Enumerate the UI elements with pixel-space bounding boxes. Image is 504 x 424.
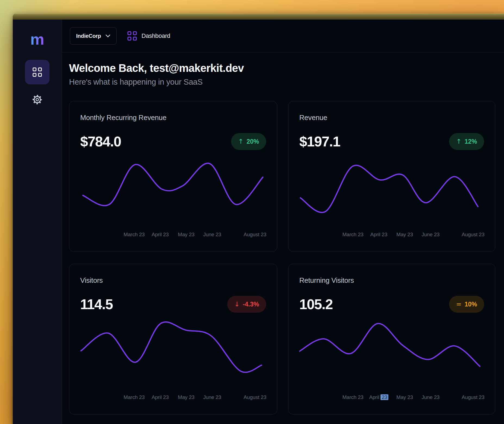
page-title: Dashboard	[142, 32, 170, 39]
line-chart	[80, 159, 266, 216]
x-axis-label: April 23	[152, 394, 169, 400]
trend-icon: =	[456, 300, 462, 308]
workspace-switcher-button[interactable]: IndieCorp	[70, 27, 117, 45]
x-axis-labels: March 23April 23May 23June 23August 23	[299, 232, 484, 238]
x-axis-label: March 23	[342, 394, 363, 400]
sidebar-nav	[25, 60, 49, 106]
stat-cards-grid: Monthly Recurring Revenue $784.0 ↑ 20% M…	[69, 101, 504, 414]
welcome-heading: Welcome Back, test@makerkit.dev	[69, 62, 504, 74]
trend-icon: ↑	[456, 138, 462, 145]
stat-card-title: Monthly Recurring Revenue	[80, 113, 266, 122]
trend-badge: ↑ 12%	[449, 133, 484, 150]
window-titlebar	[13, 14, 504, 20]
stat-card-title: Returning Visitors	[299, 276, 484, 285]
stat-card-title: Visitors	[80, 276, 266, 285]
makerkit-logo: m	[30, 30, 44, 48]
sidebar-item-dashboard[interactable]	[25, 60, 49, 84]
x-axis-label: June 23	[203, 232, 221, 238]
stat-value-row: 105.2 = 10%	[299, 295, 484, 314]
x-axis-label: March 23	[124, 232, 145, 238]
trend-label: 10%	[465, 301, 477, 308]
trend-badge: ↓ -4.3%	[227, 296, 266, 313]
sidebar: m	[13, 20, 62, 424]
x-axis-label: August 23	[462, 394, 484, 400]
dashboard-grid-icon	[127, 31, 137, 41]
topbar: IndieCorp Dashboard	[62, 20, 504, 53]
trend-label: -4.3%	[243, 301, 259, 308]
stat-card: Revenue $197.1 ↑ 12% March 23April 23May…	[288, 101, 495, 252]
x-axis-label: May 23	[178, 232, 194, 238]
x-axis-label: March 23	[342, 232, 363, 238]
sidebar-item-settings[interactable]	[31, 94, 43, 106]
line-chart	[299, 321, 484, 379]
x-axis-label: March 23	[124, 394, 145, 400]
x-axis-label: May 23	[396, 394, 413, 400]
line-chart	[299, 159, 484, 216]
line-chart-svg	[80, 321, 266, 379]
x-axis-labels: March 23April 23May 23June 23August 23	[80, 232, 266, 238]
stat-card: Visitors 114.5 ↓ -4.3% March 23April 23M…	[69, 264, 277, 414]
line-chart-svg	[299, 321, 484, 379]
dashboard-content: Welcome Back, test@makerkit.dev Here's w…	[62, 53, 504, 414]
stat-value: $784.0	[80, 133, 121, 150]
main-area: IndieCorp Dashboard Welcome Back, test@m…	[62, 20, 504, 424]
line-chart-svg	[299, 159, 484, 216]
stat-value-row: $197.1 ↑ 12%	[299, 132, 484, 151]
page-heading: Dashboard	[127, 31, 170, 41]
x-axis-label: April 23	[369, 394, 388, 400]
welcome-subtitle: Here's what is happening in your SaaS	[69, 77, 504, 87]
stat-value-row: 114.5 ↓ -4.3%	[80, 295, 266, 314]
x-axis-label: June 23	[422, 232, 440, 238]
selected-text: 23	[381, 394, 388, 400]
x-axis-label: August 23	[244, 394, 266, 400]
line-chart	[80, 321, 266, 379]
stat-card: Monthly Recurring Revenue $784.0 ↑ 20% M…	[69, 101, 277, 252]
x-axis-label: April 23	[370, 232, 387, 238]
chevron-down-icon	[105, 34, 110, 38]
x-axis-label: April 23	[152, 232, 169, 238]
stat-value: 105.2	[299, 296, 333, 312]
x-axis-labels: March 23April 23May 23June 23August 23	[80, 394, 266, 401]
stat-card-title: Revenue	[299, 113, 484, 122]
grid-icon	[33, 67, 42, 77]
stat-value: $197.1	[299, 133, 340, 150]
trend-label: 20%	[247, 138, 259, 145]
line-chart-svg	[80, 159, 266, 216]
x-axis-label: June 23	[422, 394, 440, 400]
x-axis-label: May 23	[178, 394, 194, 400]
trend-label: 12%	[465, 138, 477, 145]
x-axis-label: May 23	[396, 232, 413, 238]
trend-icon: ↑	[238, 138, 244, 145]
stat-value-row: $784.0 ↑ 20%	[80, 132, 266, 151]
x-axis-label: August 23	[462, 232, 484, 238]
trend-badge: ↑ 20%	[231, 133, 266, 150]
x-axis-label: June 23	[203, 394, 221, 400]
trend-icon: ↓	[234, 300, 240, 308]
app-window: m IndieCorp	[13, 14, 504, 424]
trend-badge: = 10%	[449, 296, 484, 313]
x-axis-labels: March 23April 23May 23June 23August 23	[299, 394, 484, 401]
stat-card: Returning Visitors 105.2 = 10% March 23A…	[288, 264, 495, 414]
x-axis-label: August 23	[244, 232, 266, 238]
stat-value: 114.5	[80, 296, 113, 312]
workspace-name: IndieCorp	[76, 33, 101, 39]
app-root: m IndieCorp	[13, 20, 504, 424]
gear-icon	[32, 94, 43, 105]
